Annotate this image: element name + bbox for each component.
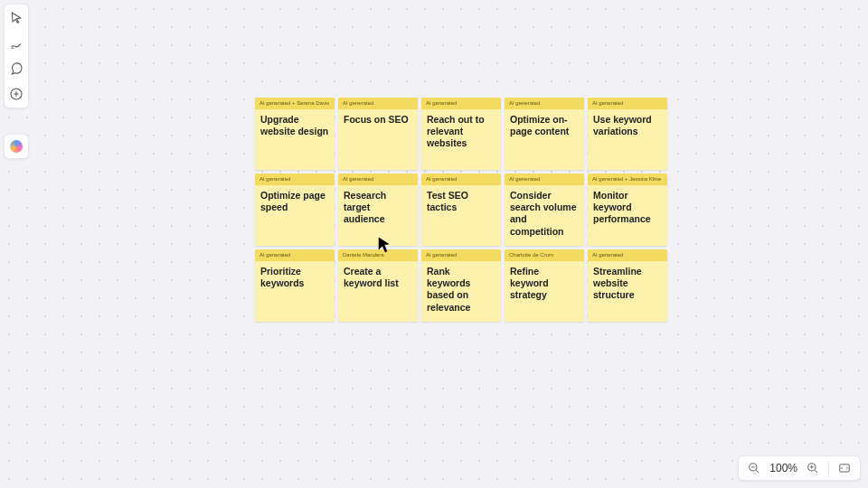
note-author: Daniela Mandera <box>338 249 418 261</box>
zoom-in-button[interactable] <box>805 460 821 476</box>
zoom-level[interactable]: 100% <box>769 462 797 474</box>
note-text[interactable]: Refine keyword strategy <box>505 261 584 322</box>
sticky-note[interactable]: AI generated Streamline website structur… <box>588 249 667 322</box>
note-author: AI generated <box>421 98 501 109</box>
sticky-note[interactable]: AI generated + Serena Davis Upgrade webs… <box>255 98 335 170</box>
sticky-note[interactable]: AI generated Optimize page speed <box>255 174 335 246</box>
sticky-note[interactable]: AI generated Test SEO tactics <box>421 174 501 246</box>
note-text[interactable]: Research target audience <box>338 185 418 246</box>
sticky-note[interactable]: AI generated Optimize on-page content <box>505 98 584 170</box>
sticky-note[interactable]: AI generated Focus on SEO <box>338 98 418 170</box>
add-tool[interactable] <box>6 84 26 104</box>
note-text[interactable]: Consider search volume and competition <box>505 185 584 246</box>
note-author: AI generated <box>255 249 335 261</box>
note-author: AI generated <box>255 174 335 185</box>
note-author: Charlotte de Crum <box>505 249 584 261</box>
note-author: AI generated + Jessica Kline <box>588 174 667 185</box>
sticky-note[interactable]: AI generated Use keyword variations <box>588 98 667 170</box>
note-text[interactable]: Streamline website structure <box>588 261 667 322</box>
comment-tool[interactable] <box>6 59 26 79</box>
note-text[interactable]: Rank keywords based on relevance <box>421 261 501 322</box>
draw-tool[interactable] <box>6 33 26 53</box>
copilot-icon <box>10 140 23 153</box>
note-text[interactable]: Focus on SEO <box>338 109 418 170</box>
sticky-note[interactable]: AI generated + Jessica Kline Monitor key… <box>588 174 667 246</box>
sticky-note[interactable]: AI generated Research target audience <box>338 174 418 246</box>
note-author: AI generated + Serena Davis <box>255 98 335 109</box>
note-author: AI generated <box>505 98 584 109</box>
note-text[interactable]: Use keyword variations <box>588 109 667 170</box>
zoom-out-button[interactable] <box>746 460 762 476</box>
note-text[interactable]: Test SEO tactics <box>421 185 501 246</box>
left-toolbar <box>4 4 29 108</box>
sticky-note[interactable]: Charlotte de Crum Refine keyword strateg… <box>505 249 584 322</box>
note-author: AI generated <box>588 249 667 261</box>
note-text[interactable]: Optimize page speed <box>255 185 335 246</box>
sticky-note[interactable]: AI generated Prioritize keywords <box>255 249 335 322</box>
note-author: AI generated <box>421 249 501 261</box>
fit-screen-button[interactable] <box>836 460 853 476</box>
sticky-note[interactable]: AI generated Rank keywords based on rele… <box>421 249 501 322</box>
note-text[interactable]: Optimize on-page content <box>505 109 584 170</box>
note-author: AI generated <box>338 98 418 109</box>
sticky-note[interactable]: AI generated Consider search volume and … <box>505 174 584 246</box>
select-tool[interactable] <box>6 8 26 28</box>
sticky-note[interactable]: AI generated Reach out to relevant websi… <box>421 98 501 170</box>
note-author: AI generated <box>421 174 501 185</box>
note-text[interactable]: Upgrade website design <box>255 109 335 170</box>
note-text[interactable]: Prioritize keywords <box>255 261 335 322</box>
note-text[interactable]: Reach out to relevant websites <box>421 109 501 170</box>
zoom-bar: 100% <box>738 455 861 481</box>
note-author: AI generated <box>338 174 418 185</box>
note-author: AI generated <box>505 174 584 185</box>
sticky-board[interactable]: AI generated + Serena Davis Upgrade webs… <box>255 98 667 322</box>
note-text[interactable]: Create a keyword list <box>338 261 418 322</box>
note-author: AI generated <box>588 98 667 109</box>
copilot-button[interactable] <box>4 134 29 159</box>
separator <box>828 461 829 475</box>
note-text[interactable]: Monitor keyword performance <box>588 185 667 246</box>
sticky-note[interactable]: Daniela Mandera Create a keyword list <box>338 249 418 322</box>
